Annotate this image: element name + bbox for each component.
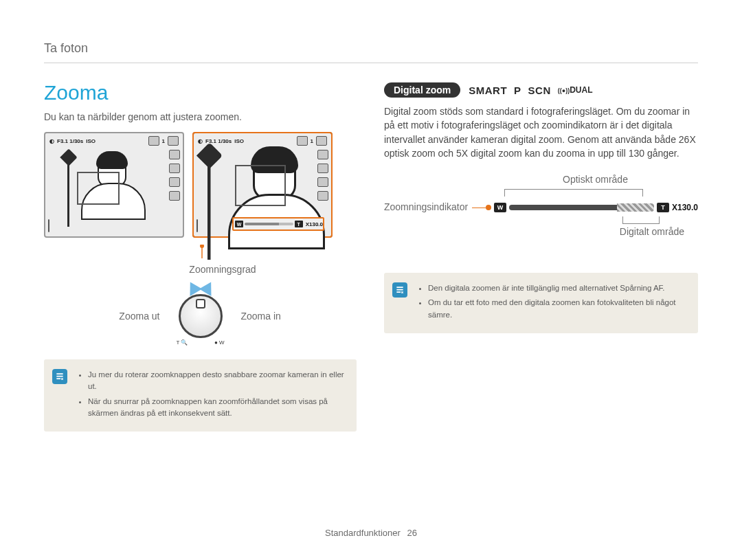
- zoom-indicator-diagram: Optiskt område Zoomningsindikator W T X1…: [384, 174, 698, 256]
- zoom-bar-highlight: W T X130.0: [232, 217, 324, 231]
- page-footer: Standardfunktioner 26: [0, 528, 742, 538]
- streetlamp-icon: [197, 146, 222, 249]
- lcd-top-overlay: ◐ F3.1 1/30s ISO 1: [49, 136, 179, 146]
- callout-dot-icon: [486, 205, 491, 210]
- zoom-indicator-bar: W T X130.0: [494, 201, 698, 214]
- zoom-value: X130.0: [672, 203, 698, 212]
- focus-frame: [77, 172, 120, 205]
- note-box-left: Ju mer du roterar zoomknappen desto snab…: [44, 359, 357, 432]
- zoom-w-icon: W: [235, 221, 243, 227]
- lcd-previews: ◐ F3.1 1/30s ISO 1: [44, 132, 357, 238]
- mode-dual-icon: ((●))DUAL: [558, 85, 593, 95]
- zoom-w-icon: W: [494, 203, 506, 212]
- note-item: När du snurrar på zoomknappen kan zoomfö…: [88, 396, 346, 420]
- zoom-t-icon: T: [295, 221, 303, 227]
- timer-icon: [169, 164, 180, 173]
- note-item: Ju mer du roterar zoomknappen desto snab…: [88, 369, 346, 393]
- mode-p-icon: P: [514, 85, 521, 96]
- footer-page-number: 26: [407, 528, 417, 538]
- label-zooma-ut: Zooma ut: [105, 311, 160, 322]
- mode-smart-icon: SMART: [469, 85, 507, 96]
- label-zoomningsgrad: Zoomningsgrad: [168, 264, 278, 275]
- note-item: Om du tar ett foto med den digitala zoom…: [428, 297, 687, 321]
- zoom-t-icon: T: [657, 203, 669, 212]
- lcd-count: 1: [162, 138, 165, 144]
- focus-frame: [235, 165, 286, 206]
- label-zoomningsindikator: Zoomningsindikator: [384, 201, 468, 212]
- lcd-exposure: F3.1 1/30s: [57, 138, 83, 144]
- knob-label-w: ● W: [214, 339, 225, 346]
- lcd-preview-wide: ◐ F3.1 1/30s ISO 1: [44, 132, 184, 238]
- lcd-iso: ISO: [86, 138, 95, 144]
- macro-icon: [169, 177, 180, 187]
- digital-zoom-paragraph: Digital zoom stöds som standard i fotogr…: [384, 104, 698, 160]
- callout-line-icon: [472, 208, 486, 208]
- stabilizer-icon: [169, 191, 180, 201]
- note-icon: [52, 369, 67, 384]
- mode-scn-icon: SCN: [528, 85, 551, 96]
- note-item: Den digitala zoomen är inte tillgänglig …: [428, 282, 687, 294]
- lcd-preview-zoom: ◐ F3.1 1/30s ISO 1: [192, 132, 333, 238]
- streetlamp-icon: [60, 151, 77, 220]
- note-icon: [392, 282, 407, 298]
- bracket-optical: [504, 189, 643, 197]
- knob-label-t: T 🔍: [177, 339, 188, 346]
- zoom-knob-diagram: T 🔍 ● W: [177, 286, 225, 346]
- resolution-icon: [148, 136, 159, 146]
- note-box-right: Den digitala zoomen är inte tillgänglig …: [384, 273, 698, 333]
- intro-text: Du kan ta närbilder genom att justera zo…: [44, 111, 357, 122]
- digital-zoom-pill: Digital zoom: [384, 82, 460, 98]
- flash-icon: [169, 150, 180, 159]
- mode-icons-row: SMART P SCN ((●))DUAL: [469, 85, 592, 96]
- label-zooma-in: Zooma in: [241, 311, 296, 322]
- footer-section: Standardfunktioner: [325, 528, 401, 538]
- breadcrumb: Ta foton: [44, 41, 698, 63]
- label-optiskt-omrade: Optiskt område: [563, 174, 628, 185]
- label-digitalt-omrade: Digitalt område: [620, 226, 684, 237]
- page-title: Zooma: [44, 81, 357, 104]
- face-icon: [48, 219, 49, 232]
- zoom-knob-icon: [179, 294, 223, 338]
- battery-icon: [168, 136, 179, 146]
- mode-dot-icon: ◐: [49, 138, 54, 144]
- zoom-value: X130.0: [306, 221, 323, 227]
- bracket-digital: [622, 216, 660, 224]
